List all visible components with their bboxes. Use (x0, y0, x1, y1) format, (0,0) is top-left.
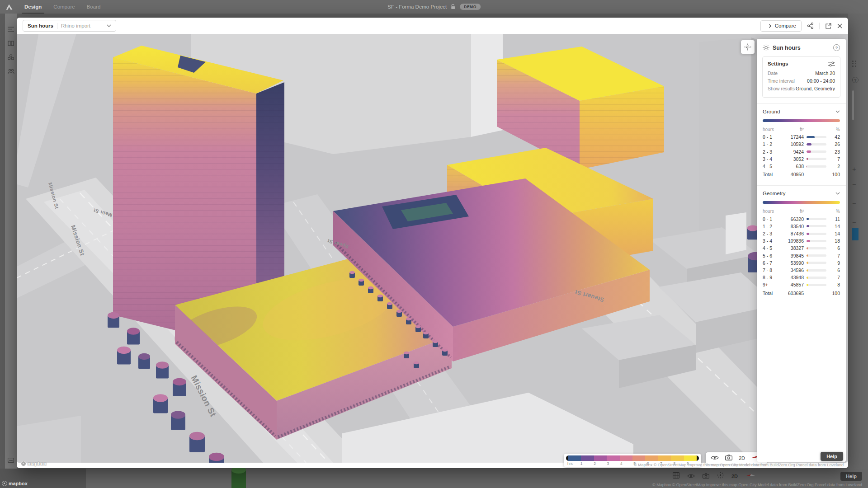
visibility-eye-icon[interactable] (711, 454, 719, 462)
sun-crosshair-icon (744, 43, 751, 51)
2d-toggle[interactable]: 2D (731, 474, 738, 479)
stat-row: 4 - 56382 (763, 163, 840, 170)
shapes-icon[interactable] (8, 54, 14, 62)
legend-segment (671, 455, 684, 461)
settings-card: Settings DateMarch 20Time interval00:00 … (762, 56, 840, 98)
open-in-new-icon[interactable] (826, 23, 831, 29)
sun-position-button[interactable] (741, 40, 755, 54)
library-icon[interactable] (8, 40, 14, 48)
visibility-eye-icon[interactable] (687, 472, 695, 480)
ground-section: Ground hoursft²% 0 - 117244421 - 2105922… (757, 104, 846, 179)
help-button[interactable]: Help (821, 452, 843, 461)
workspace-header: Sun hours Rhino import Compare (17, 18, 848, 34)
project-title: SF - Forma Demo Project (387, 4, 447, 9)
minus-marker: − (852, 220, 856, 225)
stat-row: 7 - 8345966 (763, 267, 840, 274)
background-tree (231, 470, 246, 488)
compass-icon[interactable] (745, 472, 755, 480)
topbar-tabs: DesignCompareBoard (24, 0, 100, 14)
sun-icon (763, 44, 769, 51)
share-icon[interactable] (807, 23, 813, 29)
tree (387, 302, 392, 309)
background-mapbox-logo[interactable]: mapbox (2, 481, 28, 486)
tree (171, 411, 185, 430)
legend-tick: 1 (580, 461, 583, 466)
chevron-down-icon (107, 24, 111, 27)
geometry-gradient-bar (763, 201, 840, 204)
panel-title: Sun hours (773, 45, 830, 51)
settings-title: Settings (768, 61, 788, 66)
topbar-tab-board[interactable]: Board (87, 0, 101, 14)
close-icon[interactable] (837, 23, 842, 28)
tree (423, 332, 429, 338)
collaborators-icon[interactable] (8, 68, 14, 76)
tree (138, 353, 150, 369)
project-title-group: SF - Forma Demo Project DEMO (387, 0, 481, 14)
topbar-tab-design[interactable]: Design (24, 0, 42, 14)
sliders-icon[interactable] (828, 61, 835, 66)
zoom-in-button[interactable]: + (852, 166, 856, 172)
tree (209, 453, 224, 463)
stat-row: 1 - 28354014 (763, 223, 840, 230)
arrow-right-icon (766, 24, 772, 28)
settings-row[interactable]: Time interval00:00 - 24:00 (768, 77, 835, 85)
legend-segment (645, 455, 658, 461)
tree (396, 310, 402, 317)
demo-badge: DEMO (460, 4, 481, 10)
table-rows: 0 - 166320111 - 283540142 - 387436143 - … (763, 216, 840, 289)
camera-icon[interactable] (703, 472, 709, 480)
tree (189, 432, 205, 452)
topbar-tab-compare[interactable]: Compare (53, 0, 75, 14)
header-actions: Compare (760, 20, 842, 32)
compare-button[interactable]: Compare (760, 20, 802, 32)
geometry-section: Geometry hoursft²% 0 - 166320111 - 28354… (757, 186, 846, 298)
unlock-icon[interactable] (451, 4, 456, 9)
geometry-section-header[interactable]: Geometry (763, 191, 840, 196)
tree (153, 394, 168, 413)
stat-row: 6 - 7539909 (763, 259, 840, 267)
legend-unit: hrs (567, 461, 573, 466)
tree (433, 340, 438, 347)
active-analysis-tab[interactable] (852, 228, 859, 240)
sun-position-icon[interactable] (717, 472, 724, 480)
table-header: hoursft²% (763, 126, 840, 133)
stat-row: 8 - 9439487 (763, 274, 840, 281)
legend-segment (632, 455, 645, 461)
stat-row: 3 - 410983618 (763, 237, 840, 244)
background-help-button[interactable]: Help (840, 472, 862, 481)
settings-row[interactable]: Show resultsGround, Geometry (768, 85, 835, 93)
legend-segment (594, 455, 607, 461)
stat-row: 0 - 11724442 (763, 133, 840, 141)
tree (359, 279, 364, 286)
scrollbar[interactable] (852, 90, 854, 120)
camera-icon[interactable] (725, 454, 732, 462)
grid-icon[interactable] (673, 472, 679, 480)
menu-icon[interactable] (8, 25, 14, 33)
stat-row: 0 - 16632011 (763, 216, 840, 223)
panel-help-icon[interactable]: ? (833, 44, 840, 51)
tree (377, 295, 383, 301)
legend-segment (658, 455, 671, 461)
3d-viewport-scene[interactable]: Mission StMission StMission StMain StSpe… (17, 34, 848, 463)
drag-dots-icon (852, 61, 857, 67)
analysis-name: Sun hours (28, 23, 53, 28)
settings-row[interactable]: DateMarch 20 (768, 70, 835, 77)
legend-color-bar (566, 455, 699, 461)
stat-row: 2 - 3942423 (763, 148, 840, 155)
autodesk-logo (6, 4, 13, 10)
map-attribution[interactable]: © Mapbox © OpenStreetMap Improve this ma… (634, 463, 844, 467)
help-circle-icon[interactable]: ? (852, 77, 859, 83)
analysis-selector-dropdown[interactable]: Sun hours Rhino import (23, 20, 116, 32)
zoom-out-button[interactable]: − (852, 182, 856, 187)
mapbox-logo[interactable]: mapbox (21, 461, 47, 466)
tree (127, 328, 140, 344)
stat-row: 9+458578 (763, 281, 840, 288)
2d-toggle[interactable]: 2D (739, 455, 745, 461)
chevron-down-icon (835, 110, 840, 113)
tree (349, 271, 355, 278)
sun-hours-panel: Sun hours ? Settings DateMarch 20Time in… (757, 39, 846, 462)
background-map-attribution[interactable]: © Mapbox © OpenStreetMap Improve this ma… (652, 483, 862, 487)
chevron-down-icon (835, 192, 840, 195)
ground-section-header[interactable]: Ground (763, 109, 840, 114)
feedback-image-icon[interactable] (8, 456, 14, 465)
